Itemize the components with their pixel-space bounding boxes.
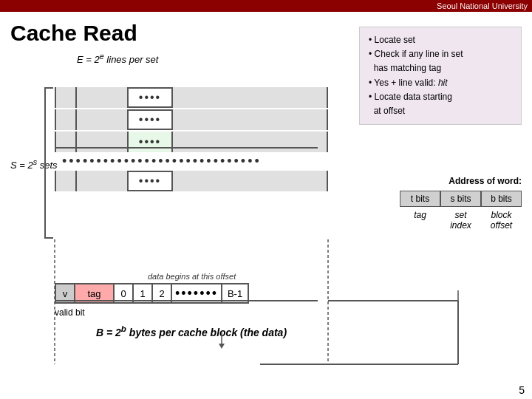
cache-cell-tag-4 bbox=[77, 171, 129, 191]
exp-v-cell: v bbox=[55, 283, 75, 304]
exp-cell-0: 0 bbox=[113, 283, 134, 304]
cache-cell-data-4 bbox=[173, 171, 327, 191]
cache-cell-tag-1 bbox=[77, 87, 129, 108]
b-bits-cell: b bits bbox=[481, 191, 522, 207]
exp-tag-text: tag bbox=[87, 288, 100, 299]
cache-cell-v-3 bbox=[56, 132, 77, 152]
cache-set-3: •••• bbox=[10, 132, 350, 152]
data-offset-label: data begins at this offset bbox=[148, 272, 236, 281]
cache-row-3: •••• bbox=[55, 132, 328, 152]
exp-tag-cell: tag bbox=[74, 283, 115, 304]
bits-labels-row: tag setindex blockoffset bbox=[400, 210, 522, 231]
cache-cell-dots-4: •••• bbox=[129, 171, 173, 191]
cache-cell-dots-1: •••• bbox=[129, 87, 173, 108]
e-label-text: E = 2e lines per set bbox=[77, 54, 158, 65]
cache-cell-tag-2 bbox=[77, 109, 129, 130]
cache-row-1: •••• bbox=[55, 87, 328, 108]
exp-v-text: v bbox=[63, 288, 68, 299]
info-line-4: • Yes + line valid: hit bbox=[369, 78, 448, 88]
cache-row-2: •••• bbox=[55, 109, 328, 130]
exp-dots-cell: ••••••• bbox=[171, 283, 222, 304]
exp-cell-1: 1 bbox=[132, 283, 153, 304]
info-line-6: at offset bbox=[369, 106, 405, 116]
cache-set-2: •••• bbox=[10, 109, 350, 130]
university-label: Seoul National University bbox=[437, 1, 528, 10]
s-bits-cell: s bits bbox=[440, 191, 481, 207]
address-label-text: Address of word: bbox=[449, 176, 522, 186]
cache-cell-data-3 bbox=[173, 132, 327, 152]
page-number: 5 bbox=[519, 384, 525, 396]
tag-label: tag bbox=[400, 210, 440, 231]
bits-header-row: t bits s bits b bits bbox=[400, 191, 522, 207]
exp-b1-cell: B-1 bbox=[221, 283, 249, 304]
exp-cell-2: 2 bbox=[151, 283, 172, 304]
info-box: • Locate set • Check if any line in set … bbox=[359, 27, 522, 125]
address-bits: t bits s bits b bits tag setindex blocko… bbox=[400, 191, 522, 231]
cache-cell-dots-2: •••• bbox=[129, 109, 173, 130]
cache-cell-data-1 bbox=[173, 87, 327, 108]
set-index-label: setindex bbox=[440, 210, 481, 231]
t-bits-cell: t bits bbox=[400, 191, 440, 207]
cache-cell-v-1 bbox=[56, 87, 77, 108]
cache-row-4: •••• bbox=[55, 171, 328, 191]
cache-diagram: •••• •••• •••• ••••••••••••••••• bbox=[10, 87, 350, 193]
valid-bit-label: valid bit bbox=[55, 307, 85, 318]
info-line-1: • Locate set bbox=[369, 35, 415, 45]
b-label: B = 2b bytes per cache block (the data) bbox=[96, 324, 287, 338]
cache-ellipsis: ••••••••••••••••••••••••••••• bbox=[55, 154, 350, 169]
info-line-3: has matching tag bbox=[369, 63, 441, 73]
cache-cell-v-4 bbox=[56, 171, 77, 191]
topbar: Seoul National University bbox=[0, 0, 532, 12]
info-line-2: • Check if any line in set bbox=[369, 49, 463, 59]
info-line-5: • Locate data starting bbox=[369, 92, 452, 102]
cache-cell-v-2 bbox=[56, 109, 77, 130]
block-offset-label: blockoffset bbox=[481, 210, 522, 231]
cache-set-4: •••• bbox=[10, 171, 350, 191]
cache-cell-dots-3: •••• bbox=[129, 132, 173, 152]
cache-cell-data-2 bbox=[173, 109, 327, 130]
expanded-row: v tag 0 1 2 ••••••• B-1 bbox=[55, 283, 249, 304]
cache-cell-tag-3 bbox=[77, 132, 129, 152]
address-label: Address of word: bbox=[449, 176, 522, 186]
b-label-text: B = 2b bytes per cache block (the data) bbox=[96, 327, 287, 338]
cache-set-1: •••• bbox=[10, 87, 350, 108]
